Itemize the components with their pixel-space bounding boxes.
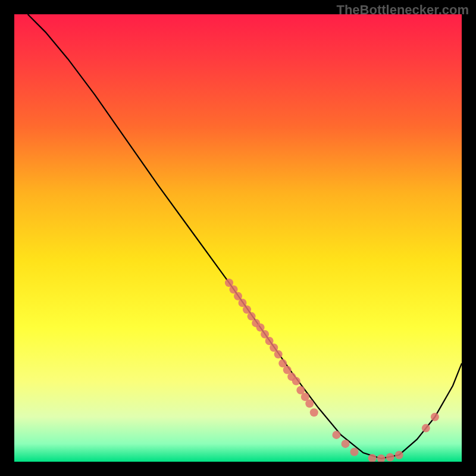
data-point: [386, 453, 394, 462]
data-point: [395, 451, 403, 459]
data-point: [310, 408, 318, 416]
data-point: [292, 377, 300, 386]
data-point: [431, 413, 439, 421]
data-point: [332, 431, 340, 439]
data-point: [274, 350, 283, 359]
data-point: [342, 440, 350, 448]
chart-area: [14, 14, 462, 462]
gradient-background: [14, 14, 462, 462]
data-point: [422, 424, 430, 433]
data-point: [350, 448, 359, 456]
chart-svg: [14, 14, 462, 462]
data-point: [305, 399, 314, 408]
watermark-text: TheBottlenecker.com: [336, 2, 469, 18]
